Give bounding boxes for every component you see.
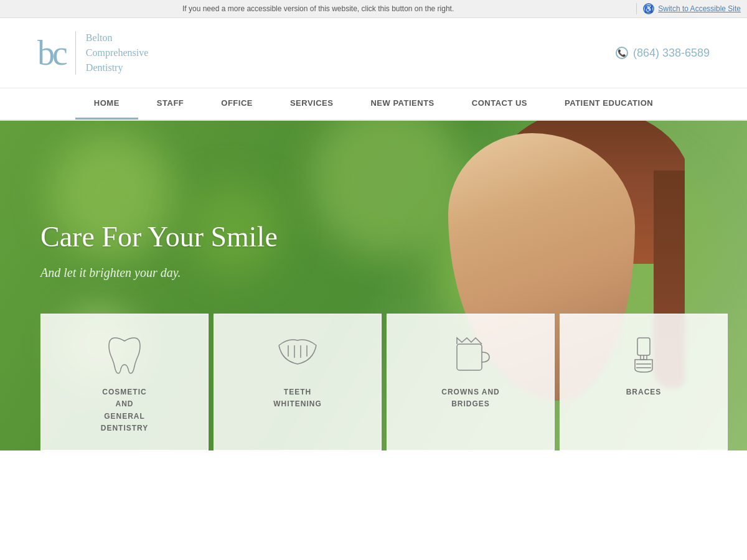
service-card-whitening[interactable]: TEETHWHITENING	[214, 314, 382, 450]
accessibility-bar: If you need a more accessible version of…	[0, 0, 747, 18]
svg-rect-5	[637, 338, 650, 355]
services-row: COSMETICANDGENERALDENTISTRY TEETHWHITENI…	[40, 314, 747, 450]
service-card-cosmetic[interactable]: COSMETICANDGENERALDENTISTRY	[40, 314, 209, 450]
hero-section: Care For Your Smile And let it brighten …	[0, 121, 747, 450]
crown-icon	[449, 333, 492, 376]
accessible-site-link[interactable]: ♿ Switch to Accessible Site	[636, 3, 741, 14]
hero-text: Care For Your Smile And let it brighten …	[40, 220, 278, 280]
svg-rect-4	[457, 344, 482, 370]
service-label-braces: BRACES	[626, 386, 662, 398]
logo-line1: Belton	[86, 30, 148, 45]
logo-line2: Comprehensive	[86, 45, 148, 60]
smile-icon	[276, 333, 319, 376]
phone-icon: 📞	[616, 47, 628, 59]
logo-divider	[75, 31, 76, 75]
service-label-cosmetic: COSMETICANDGENERALDENTISTRY	[101, 386, 149, 434]
logo-text: Belton Comprehensive Dentistry	[86, 30, 148, 75]
logo-letters: bc	[37, 35, 65, 70]
nav-home[interactable]: HOME	[75, 88, 138, 119]
accessibility-message: If you need a more accessible version of…	[6, 4, 630, 13]
phone-area[interactable]: 📞 (864) 338-6589	[616, 47, 710, 60]
nav-patient-education[interactable]: PATIENT EDUCATION	[546, 88, 672, 119]
logo-area[interactable]: bc Belton Comprehensive Dentistry	[37, 30, 148, 75]
nav-services[interactable]: SERVICES	[271, 88, 352, 119]
nav-office[interactable]: OFFICE	[202, 88, 271, 119]
service-label-crowns: CROWNS ANDBRIDGES	[441, 386, 500, 410]
main-nav: HOME STAFF OFFICE SERVICES NEW PATIENTS …	[0, 88, 747, 121]
nav-new-patients[interactable]: NEW PATIENTS	[352, 88, 453, 119]
nav-staff[interactable]: STAFF	[138, 88, 202, 119]
accessibility-icon: ♿	[643, 3, 654, 14]
nav-contact-us[interactable]: CONTACT US	[453, 88, 546, 119]
accessible-site-label: Switch to Accessible Site	[658, 4, 741, 13]
logo-line3: Dentistry	[86, 60, 148, 75]
service-label-whitening: TEETHWHITENING	[273, 386, 322, 410]
phone-number: (864) 338-6589	[633, 47, 710, 60]
hero-subtitle: And let it brighten your day.	[40, 266, 278, 280]
braces-icon	[622, 333, 665, 376]
service-card-crowns[interactable]: CROWNS ANDBRIDGES	[387, 314, 555, 450]
site-header: bc Belton Comprehensive Dentistry 📞 (864…	[0, 18, 747, 88]
tooth-icon	[103, 333, 146, 376]
service-card-braces[interactable]: BRACES	[560, 314, 728, 450]
hero-title: Care For Your Smile	[40, 220, 278, 253]
